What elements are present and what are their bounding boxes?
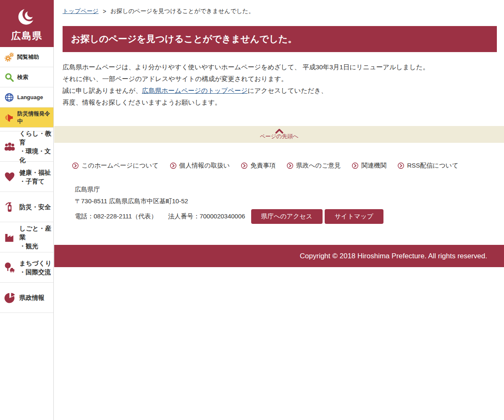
top-page-link[interactable]: 広島県ホームページのトップページ [142, 87, 248, 94]
footer-link-label: 関連機関 [361, 162, 386, 170]
phone-row: 電話：082-228-2111（代表） 法人番号：7000020340006 県… [75, 209, 504, 224]
sidebar-item-community-international[interactable]: まちづくり ・国際交流 [0, 252, 53, 283]
main-content: トップページ > お探しのページを見つけることができませんでした。 お探しのペー… [54, 0, 504, 267]
gears-icon [4, 52, 14, 62]
circle-arrow-icon [241, 162, 248, 169]
notice-line-3-pre: 誠に申し訳ありませんが、 [63, 87, 142, 94]
utility-nav: 閲覧補助 検索 防災情報発令中 Language [0, 47, 53, 128]
sidebar: 広島県 閲覧補助 検索 [0, 0, 54, 420]
tree-icon [3, 261, 16, 274]
notice-paragraph: 広島県ホームページは、より分かりやすく使いやすいホームページをめざして、 平成3… [63, 61, 497, 108]
notice-line-3-post: にアクセスしていただき、 [248, 87, 328, 94]
globe-icon [4, 92, 14, 102]
footer-link-related-orgs[interactable]: 関連機関 [352, 162, 386, 170]
circle-arrow-icon [397, 162, 404, 169]
footer-link-label: RSS配信について [407, 162, 458, 170]
footer-link-label: 県政へのご意見 [296, 162, 341, 170]
footer-link-rss[interactable]: RSS配信について [397, 162, 458, 170]
sidebar-item-search[interactable]: 検索 [0, 67, 53, 87]
footer-link-label: 個人情報の取扱い [179, 162, 230, 170]
sidebar-item-health-welfare[interactable]: 健康・福祉 ・子育て [0, 162, 53, 192]
circle-arrow-icon [170, 162, 177, 169]
access-button[interactable]: 県庁へのアクセス [251, 209, 323, 224]
page-title: お探しのページを見つけることができませんでした。 [71, 33, 297, 45]
pie-chart-icon [3, 291, 16, 304]
footer-link-label: 免責事項 [250, 162, 276, 170]
sidebar-item-accessibility[interactable]: 閲覧補助 [0, 47, 53, 67]
footer-link-disclaimer[interactable]: 免責事項 [241, 162, 276, 170]
sitemap-button[interactable]: サイトマップ [325, 209, 383, 224]
office-phone: 電話：082-228-2111（代表） [75, 213, 157, 220]
sidebar-item-label: 防災・安全 [19, 202, 51, 211]
sidebar-item-disaster-safety[interactable]: 防災・安全 [0, 192, 53, 222]
breadcrumb-current: お探しのページを見つけることができませんでした。 [110, 8, 255, 15]
sidebar-item-language[interactable]: 防災情報発令中 Language [0, 87, 53, 108]
hiroshima-emblem-icon [16, 5, 38, 29]
notice-line-3: 誠に申し訳ありませんが、広島県ホームページのトップページにアクセスしていただき、 [63, 85, 497, 97]
corporate-number: 法人番号：7000020340006 [168, 213, 245, 220]
sidebar-item-label: 健康・福祉 ・子育て [19, 168, 51, 186]
footer-link-opinions[interactable]: 県政へのご意見 [286, 162, 341, 170]
page-title-banner: お探しのページを見つけることができませんでした。 [63, 26, 497, 52]
footer-link-label: このホームページについて [81, 162, 159, 170]
sidebar-item-prefectural-info[interactable]: 県政情報 [0, 283, 53, 313]
back-to-top-label: ページの先頭へ [260, 133, 298, 140]
heart-icon [3, 171, 16, 183]
breadcrumb: トップページ > お探しのページを見つけることができませんでした。 [63, 0, 497, 15]
sidebar-item-label: くらし・教育 ・環境・文化 [19, 129, 53, 164]
office-address: 〒730-8511 広島県広島市中区基町10-52 [75, 196, 504, 206]
notice-line-4: 再度、情報をお探しくださいますようお願いします。 [63, 97, 497, 108]
footer-link-about[interactable]: このホームページについて [72, 162, 159, 170]
breadcrumb-separator: > [103, 8, 106, 15]
megaphone-icon [4, 113, 14, 123]
office-name: 広島県庁 [75, 184, 504, 194]
circle-arrow-icon [72, 162, 79, 169]
circle-arrow-icon [286, 162, 294, 169]
notice-line-1: 広島県ホームページは、より分かりやすく使いやすいホームページをめざして、 平成3… [63, 61, 497, 73]
sidebar-item-disaster-alert[interactable]: 防災情報発令中 [0, 108, 53, 128]
sidebar-item-label: まちづくり ・国際交流 [19, 259, 52, 276]
people-icon [3, 140, 16, 153]
sidebar-item-label: 検索 [17, 74, 28, 81]
copyright-bar: Copyright © 2018 Hiroshima Prefecture. A… [54, 245, 504, 267]
sidebar-item-label: 県政情報 [19, 293, 45, 302]
circle-arrow-icon [352, 162, 359, 169]
back-to-top-link[interactable]: ページの先頭へ [54, 126, 504, 143]
sidebar-item-label: 閲覧補助 [17, 53, 39, 61]
sidebar-item-label: しごと・産業 ・観光 [19, 224, 53, 250]
notice-line-2: それに伴い、一部ページのアドレスやサイトの構成が変更されております。 [63, 73, 497, 85]
logo-text: 広島県 [11, 29, 43, 42]
sidebar-item-work-industry[interactable]: しごと・産業 ・観光 [0, 222, 53, 252]
footer-links: このホームページについて 個人情報の取扱い 免責事項 県政へのご意見 関連機関 … [54, 162, 504, 170]
fire-extinguisher-icon [3, 201, 16, 213]
sidebar-item-label: 防災情報発令中 [17, 110, 53, 125]
breadcrumb-home-link[interactable]: トップページ [63, 8, 99, 15]
sidebar-item-label: Language [17, 94, 43, 100]
site-logo[interactable]: 広島県 [0, 0, 54, 47]
copyright-text: Copyright © 2018 Hiroshima Prefecture. A… [300, 252, 487, 260]
factory-icon [3, 231, 16, 244]
search-icon [4, 72, 14, 82]
sidebar-item-living-education[interactable]: くらし・教育 ・環境・文化 [0, 131, 53, 162]
category-nav: くらし・教育 ・環境・文化 健康・福祉 ・子育て 防災・安全 しごと・産業 ・観… [0, 131, 53, 313]
footer-link-privacy[interactable]: 個人情報の取扱い [170, 162, 230, 170]
office-address-block: 広島県庁 〒730-8511 広島県広島市中区基町10-52 電話：082-22… [54, 184, 504, 224]
